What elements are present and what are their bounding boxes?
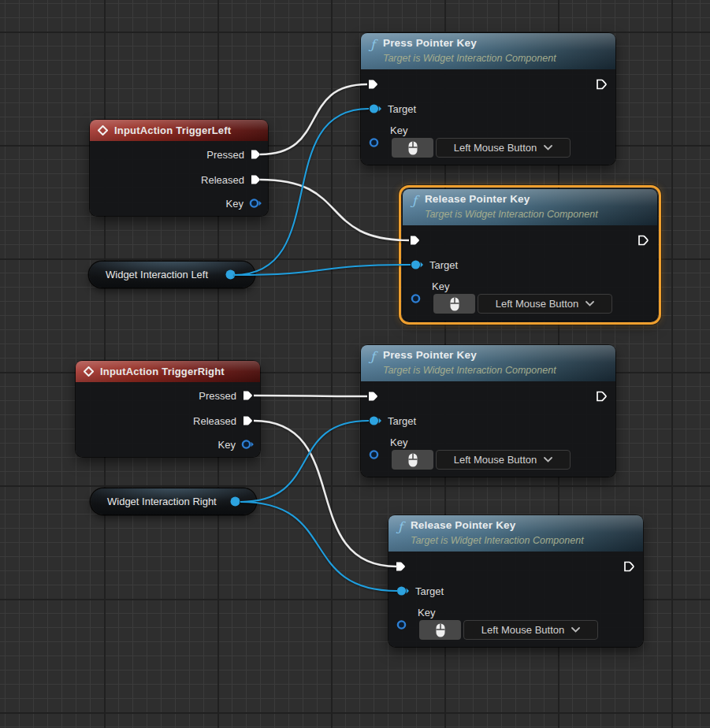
pressed-exec-pin[interactable] [250,148,262,161]
released-exec-pin[interactable] [242,414,255,427]
chevron-down-icon [544,145,552,150]
variable-output-pin[interactable] [230,496,240,507]
mouse-button-icon [433,294,475,314]
event-node-inputaction-triggerleft[interactable]: InputAction TriggerLeft Pressed Released… [90,120,268,216]
key-pin-label: Key [418,607,435,618]
node-subtitle: Target is Widget Interaction Component [383,51,556,65]
chevron-down-icon [544,457,552,462]
node-header: ƒ Release Pointer Key Target is Widget I… [403,189,657,225]
node-subtitle: Target is Widget Interaction Component [383,363,556,377]
function-icon: ƒ [398,519,403,535]
variable-node-widget-interaction-right[interactable]: Widget Interaction Right [91,488,256,514]
key-struct-pin[interactable] [369,449,382,460]
node-title: Release Pointer Key [411,518,584,533]
key-struct-pin[interactable] [369,137,382,148]
exec-out-pin[interactable] [623,560,636,573]
key-dropdown[interactable]: Left Mouse Button [436,138,571,158]
key-dropdown-value: Left Mouse Button [481,624,565,636]
exec-out-pin[interactable] [596,78,608,91]
node-header: ƒ Press Pointer Key Target is Widget Int… [361,345,615,381]
key-dropdown[interactable]: Left Mouse Button [436,450,571,470]
variable-node-widget-interaction-left[interactable]: Widget Interaction Left [89,262,255,288]
exec-in-pin[interactable] [367,78,380,91]
event-diamond-icon [84,366,94,377]
target-pin[interactable] [396,585,410,596]
node-title: Release Pointer Key [425,191,598,207]
key-struct-pin[interactable] [241,439,255,450]
pressed-pin-label: Pressed [199,390,236,402]
released-pin-label: Released [193,415,236,427]
blueprint-graph-canvas[interactable]: InputAction TriggerLeft Pressed Released… [0,0,710,728]
key-struct-pin[interactable] [396,619,410,630]
pressed-pin-label: Pressed [206,149,244,161]
node-header: InputAction TriggerLeft [90,120,268,141]
function-icon: ƒ [412,193,417,209]
released-pin-label: Released [201,174,244,186]
exec-in-pin[interactable] [395,560,407,573]
target-pin[interactable] [369,415,382,426]
pressed-exec-pin[interactable] [242,389,255,402]
mouse-button-icon [392,138,433,158]
key-dropdown-value: Left Mouse Button [454,454,537,466]
key-dropdown-value: Left Mouse Button [496,298,579,310]
exec-out-pin[interactable] [596,390,608,403]
key-struct-pin[interactable] [411,293,424,304]
variable-title: Widget Interaction Left [106,269,208,280]
node-release-pointer-key-right[interactable]: ƒ Release Pointer Key Target is Widget I… [388,515,643,647]
exec-in-pin[interactable] [367,390,380,403]
key-pin-label: Key [390,436,407,448]
node-title: Press Pointer Key [383,347,556,363]
variable-title: Widget Interaction Right [107,496,217,507]
function-icon: ƒ [370,37,375,53]
chevron-down-icon [571,627,580,633]
target-pin-label: Target [388,103,416,115]
key-pin-label: Key [432,280,449,292]
key-pin-label: Key [218,439,236,451]
node-title: InputAction TriggerRight [100,366,225,377]
key-dropdown[interactable]: Left Mouse Button [463,620,598,640]
target-pin-label: Target [429,259,458,271]
key-pin-label: Key [390,124,407,136]
node-subtitle: Target is Widget Interaction Component [411,533,584,548]
released-exec-pin[interactable] [250,173,262,186]
node-release-pointer-key-left[interactable]: ƒ Release Pointer Key Target is Widget I… [403,189,657,321]
node-header: InputAction TriggerRight [76,361,260,382]
variable-output-pin[interactable] [225,269,236,280]
event-diamond-icon [98,125,108,136]
node-title: Press Pointer Key [383,35,556,51]
mouse-button-icon [392,450,433,470]
node-title: InputAction TriggerLeft [114,124,231,136]
target-pin[interactable] [411,259,424,270]
key-dropdown[interactable]: Left Mouse Button [478,294,612,314]
node-header: ƒ Release Pointer Key Target is Widget I… [388,515,643,552]
target-pin-label: Target [388,415,416,427]
exec-in-pin[interactable] [409,234,422,247]
function-icon: ƒ [370,349,375,365]
key-struct-pin[interactable] [249,198,262,209]
target-pin[interactable] [369,103,382,114]
target-pin-label: Target [415,585,444,597]
node-header: ƒ Press Pointer Key Target is Widget Int… [361,33,615,69]
event-node-inputaction-triggerright[interactable]: InputAction TriggerRight Pressed Release… [76,361,260,457]
key-dropdown-value: Left Mouse Button [454,142,537,154]
mouse-button-icon [419,620,461,640]
node-subtitle: Target is Widget Interaction Component [425,207,598,221]
exec-out-pin[interactable] [638,234,650,247]
node-press-pointer-key-right[interactable]: ƒ Press Pointer Key Target is Widget Int… [361,345,615,477]
chevron-down-icon [585,301,594,306]
node-press-pointer-key-left[interactable]: ƒ Press Pointer Key Target is Widget Int… [361,33,615,165]
key-pin-label: Key [226,198,243,210]
